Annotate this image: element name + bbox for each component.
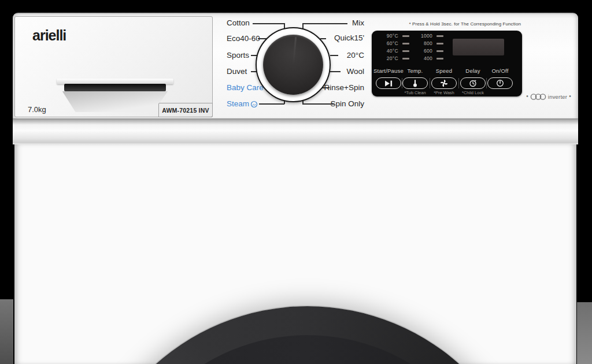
thermometer-icon (412, 79, 419, 87)
drawer-handle[interactable] (57, 79, 173, 113)
power-icon (496, 79, 504, 87)
on-off-button[interactable] (487, 77, 513, 89)
speed-row-400: 400 (417, 55, 443, 61)
model-number: AWM-70215 INV (162, 107, 209, 114)
inverter-logo: • inverter • (521, 91, 576, 102)
temp-row-60: 60°C (378, 40, 409, 46)
control-panel: 90°C 60°C 40°C 20°C 1000 800 600 400 Sta… (372, 31, 522, 96)
line-cotton (253, 23, 284, 24)
delay-timer-icon (469, 79, 477, 87)
button-divider (430, 78, 430, 88)
program-duvet: Duvet (227, 67, 247, 76)
temp-indicator (402, 35, 409, 37)
detergent-drawer-panel: arielli 7.0kg AWM-70215 INV (14, 16, 213, 117)
program-cotton: Cotton (227, 18, 250, 28)
fan-icon (440, 79, 448, 87)
speed-indicator (436, 58, 443, 60)
model-number-box: AWM-70215 INV (158, 103, 213, 117)
temp-indicator (402, 43, 409, 44)
inverter-rings-icon (530, 93, 546, 101)
temp-row-40: 40°C (378, 48, 409, 54)
line-steam (259, 103, 284, 105)
panel-note: * Press & Hold 3sec. for The Correspondi… (372, 21, 521, 27)
start-pause-button[interactable] (376, 77, 401, 89)
delay-button[interactable] (460, 77, 486, 89)
program-steam: Steam (227, 99, 258, 109)
speed-row-1000: 1000 (417, 33, 443, 39)
floor-strip-right (577, 302, 592, 364)
line-mix (302, 23, 347, 24)
speed-indicator (436, 35, 443, 37)
line-20c (330, 55, 338, 56)
temp-indicator (402, 50, 409, 52)
drawer-handle-slot (64, 84, 166, 91)
button-divider (486, 78, 487, 88)
child-lock-label: *Child Lock (450, 90, 496, 95)
button-divider (458, 78, 459, 88)
capacity-label: 7.0kg (28, 105, 46, 114)
brand-logo: arielli (32, 27, 66, 44)
speed-indicator (436, 50, 443, 52)
speed-row-600: 600 (417, 48, 443, 54)
speed-button[interactable] (431, 77, 457, 89)
inverter-text: inverter (548, 94, 567, 100)
on-off-label: On/Off (480, 68, 520, 74)
temp-row-20: 20°C (378, 55, 409, 61)
machine-front-body (14, 144, 576, 364)
floor-strip-left (0, 299, 13, 364)
button-divider (402, 78, 402, 88)
knob-body (263, 35, 323, 95)
temp-button[interactable] (402, 77, 428, 89)
knob-pointer (293, 37, 297, 65)
play-pause-icon (384, 80, 393, 87)
line-wool (330, 71, 341, 72)
program-selector-knob[interactable] (256, 27, 331, 102)
led-display (453, 39, 504, 55)
temp-row-90: 90°C (378, 33, 409, 39)
speed-row-800: 800 (417, 40, 443, 46)
temp-indicator (402, 58, 409, 60)
speed-indicator (436, 43, 443, 44)
panel-body-seam (13, 118, 578, 144)
line-spin-only (302, 103, 334, 105)
program-sports: Sports (227, 51, 249, 60)
washing-machine-photo: arielli 7.0kg AWM-70215 INV Cotton Eco40… (0, 0, 592, 364)
drawer-handle-recess (60, 91, 170, 112)
